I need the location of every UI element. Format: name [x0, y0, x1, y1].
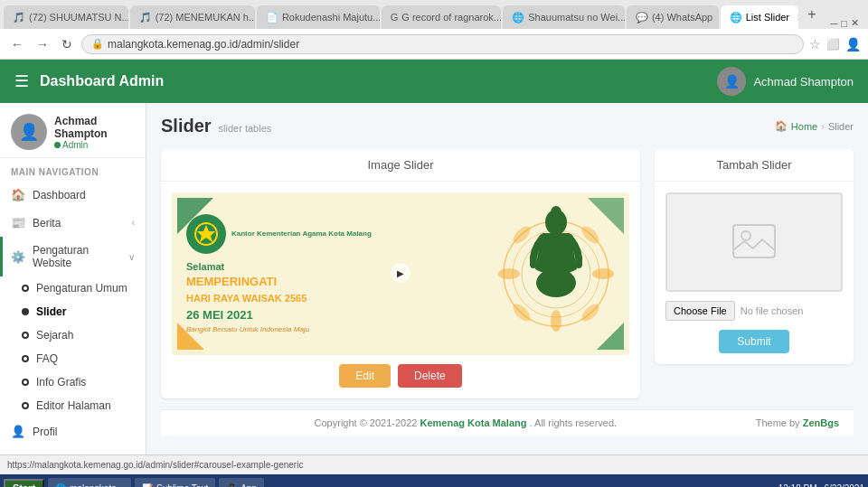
address-bar-row: ← → ↻ 🔒 malangkota.kemenag.go.id/admin/s…	[0, 29, 868, 60]
taskbar-right: 12:18 PM 6/23/2021	[778, 483, 864, 488]
profil-icon: 👤	[11, 425, 25, 438]
berita-arrow: ‹	[132, 218, 135, 228]
hamburger-button[interactable]: ☰	[14, 71, 29, 91]
pengaturan-icon: ⚙️	[11, 250, 25, 264]
tab-3[interactable]: 📄 Rokudenashi Majutu... ✕	[257, 5, 380, 29]
taskbar-item-3[interactable]: 📱 App	[219, 478, 264, 487]
placeholder-inner	[731, 223, 777, 262]
taskbar-time: 12:18 PM	[778, 483, 817, 488]
tab-5-label: Shauumatsu no Wei...	[528, 12, 625, 23]
tab-bar: 🎵 (72) SHUUMATSU N... ✕ 🎵 (72) MENEMUKAN…	[0, 0, 868, 29]
breadcrumb-home[interactable]: Home	[791, 121, 817, 132]
back-button[interactable]: ←	[7, 35, 27, 53]
slide-logo-area: Kantor Kementerian Agama Kota Malang	[186, 214, 488, 254]
sidebar-subitem-faq[interactable]: FAQ	[0, 347, 146, 370]
reload-button[interactable]: ↻	[58, 35, 76, 53]
tab-4-label: G record of ragnarok...	[401, 12, 501, 23]
sidebar-sejarah-label: Sejarah	[36, 329, 73, 342]
tab-1[interactable]: 🎵 (72) SHUUMATSU N... ✕	[4, 5, 128, 29]
sidebar-profil-label: Profil	[33, 426, 57, 438]
tab-4[interactable]: G G record of ragnarok... ✕	[382, 5, 501, 29]
sidebar-infografis-label: Info Grafis	[36, 376, 86, 389]
page-title: Slider	[161, 116, 212, 136]
extensions-icon[interactable]: ⬜	[826, 38, 840, 51]
sidebar-item-pengaturan[interactable]: ⚙️ Pengaturan Website ∨	[0, 237, 146, 276]
footer-link[interactable]: Kemenag Kota Malang	[420, 417, 527, 428]
taskbar-item-3-icon: 📱	[226, 483, 237, 488]
content-area: Slider slider tables 🏠 Home › Slider Ima…	[146, 103, 868, 454]
footer-theme-link[interactable]: ZenBgs	[803, 417, 839, 428]
tab-1-label: (72) SHUUMATSU N...	[29, 12, 128, 23]
content-columns: Image Slider	[161, 149, 854, 398]
tab-7-close[interactable]: ✕	[797, 13, 798, 23]
sidebar-item-berita[interactable]: 📰 Berita ‹	[0, 209, 146, 237]
sidebar-subitem-sejarah[interactable]: Sejarah	[0, 323, 146, 347]
profile-icon[interactable]: 👤	[845, 37, 861, 52]
choose-file-button[interactable]: Choose File	[665, 301, 735, 321]
file-input-row: Choose File No file chosen	[665, 301, 843, 321]
top-header: ☰ Dashboard Admin 👤 Achmad Shampton	[0, 60, 868, 103]
tab-7-active[interactable]: 🌐 List Slider ✕	[721, 5, 798, 29]
slide-date: 26 MEI 2021	[186, 308, 488, 322]
edit-button[interactable]: Edit	[339, 364, 391, 388]
play-button[interactable]: ▶	[391, 263, 410, 283]
sidebar-item-pengguna[interactable]: 👥 Pengguna	[0, 445, 146, 454]
sidebar-item-profil[interactable]: 👤 Profil	[0, 417, 146, 445]
tab-6-favicon: 💬	[636, 12, 648, 23]
header-avatar: 👤	[717, 67, 746, 96]
taskbar-item-2[interactable]: 📝 Sublime Text	[135, 478, 215, 487]
top-header-right: 👤 Achmad Shampton	[717, 67, 854, 96]
slide-event-line2: HARI RAYA WAISAK 2565	[186, 293, 488, 304]
slide-right	[488, 201, 615, 346]
taskbar-item-1[interactable]: 🌐 malangkota...	[48, 478, 131, 487]
infografis-dot	[22, 379, 29, 386]
header-title: Dashboard Admin	[40, 73, 164, 89]
berita-icon: 📰	[11, 216, 25, 229]
svg-point-11	[498, 268, 520, 279]
sidebar-pengguna-label: Pengguna	[33, 454, 82, 455]
tambah-card-body: Choose File No file chosen Submit	[655, 182, 854, 364]
slide-greeting: Selamat	[186, 261, 488, 272]
address-text: malangkota.kemenag.go.id/admin/slider	[108, 38, 299, 51]
placeholder-icon	[731, 223, 777, 259]
page-header: Slider slider tables 🏠 Home › Slider	[161, 116, 854, 136]
sidebar-item-label: Dashboard	[33, 189, 86, 201]
taskbar-item-2-icon: 📝	[142, 483, 153, 488]
tab-7-favicon: 🌐	[730, 12, 742, 23]
sidebar-user-role: Admin	[54, 140, 135, 150]
forward-button[interactable]: →	[33, 35, 52, 53]
sidebar-subitem-editor[interactable]: Editor Halaman	[0, 394, 146, 417]
taskbar-item-1-label: malangkota...	[70, 483, 124, 488]
slider-card-body: Kantor Kementerian Agama Kota Malang Sel…	[161, 182, 640, 398]
sidebar-subitem-infografis[interactable]: Info Grafis	[0, 370, 146, 394]
taskbar-item-3-label: App	[241, 483, 257, 488]
top-header-left: ☰ Dashboard Admin	[14, 71, 164, 91]
main-layout: 👤 Achmad Shampton Admin MAIN NAVIGATION …	[0, 103, 868, 454]
taskbar-item-1-icon: 🌐	[55, 483, 66, 488]
svg-rect-21	[733, 225, 775, 258]
tab-2[interactable]: 🎵 (72) MENEMUKAN h... ✕	[130, 5, 255, 29]
file-name-label: No file chosen	[741, 305, 804, 316]
sidebar-pengaturan-label: Pengaturan Website	[33, 244, 121, 269]
submit-button[interactable]: Submit	[719, 330, 788, 353]
delete-button[interactable]: Delete	[398, 364, 462, 388]
pengaturan-umum-dot	[22, 285, 29, 292]
address-box[interactable]: 🔒 malangkota.kemenag.go.id/admin/slider	[81, 34, 804, 54]
sidebar-item-dashboard[interactable]: 🏠 Dashboard	[0, 181, 146, 209]
slider-image-container: Kantor Kementerian Agama Kota Malang Sel…	[172, 192, 629, 355]
taskbar: Start 🌐 malangkota... 📝 Sublime Text 📱 A…	[0, 474, 868, 487]
taskbar-item-2-label: Sublime Text	[156, 483, 208, 488]
start-button[interactable]: Start	[4, 479, 44, 487]
slide-event-line1: MEMPERINGATI	[186, 276, 488, 289]
sidebar-subitem-pengaturan-umum[interactable]: Pengaturan Umum	[0, 276, 146, 300]
slide-left: Kantor Kementerian Agama Kota Malang Sel…	[186, 214, 488, 333]
tab-6[interactable]: 💬 (4) WhatsApp ✕	[627, 5, 719, 29]
breadcrumb-current: Slider	[828, 121, 854, 132]
svg-point-12	[592, 268, 614, 279]
tambah-card: Tambah Slider	[655, 149, 854, 364]
tab-5[interactable]: 🌐 Shauumatsu no Wei... ✕	[503, 5, 625, 29]
tab-1-favicon: 🎵	[13, 12, 25, 23]
sidebar-subitem-slider[interactable]: Slider	[0, 300, 146, 323]
bookmark-icon[interactable]: ☆	[809, 37, 821, 52]
new-tab-button[interactable]: +	[800, 3, 823, 26]
